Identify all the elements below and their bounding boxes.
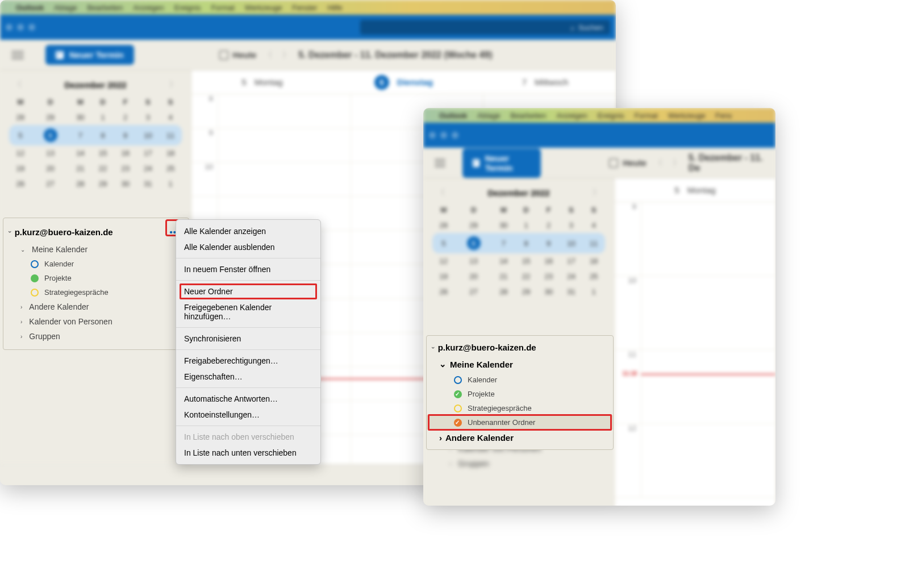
menu-item-auto-replies[interactable]: Automatische Antworten… — [176, 391, 320, 407]
search-box[interactable]: ⌕ Suchen — [360, 20, 610, 35]
minical-prev-button[interactable]: 〈 — [14, 80, 22, 90]
calendar-account-panel: ›p.kurz@buero-kaizen.de ⌄ Meine Kalender… — [426, 335, 614, 450]
menubar-item[interactable]: Ereignis — [174, 3, 201, 12]
menu-item-account-settings[interactable]: Kontoeinstellungen… — [176, 407, 320, 423]
chevron-down-icon: › — [7, 231, 14, 233]
window-titlebar: ⌕ Suchen — [0, 15, 616, 40]
next-week-button[interactable]: 〉 — [670, 158, 683, 168]
date-range-label: 5. Dezember - 11. De — [689, 153, 764, 173]
annotation-highlight-new-folder — [180, 283, 317, 299]
minimize-window-button[interactable] — [17, 24, 24, 31]
week-grid[interactable]: 5Montag 9 10 11 12 11:18 — [614, 178, 775, 506]
menubar-item[interactable]: Anzeigen — [133, 3, 164, 12]
chevron-down-icon: › — [430, 347, 437, 349]
calendar-toolbar: Neuer Termin Heute 〈 〉 5. Dezember - 11.… — [423, 148, 775, 178]
calendar-account-panel: ›p.kurz@buero-kaizen.de ••• ⌄ Meine Kale… — [3, 218, 189, 350]
chevron-right-icon: › — [439, 433, 442, 443]
calendar-group-my[interactable]: ⌄ Meine Kalender — [3, 242, 189, 257]
menubar-item[interactable]: Bearbeiten — [87, 3, 123, 12]
calendar-icon — [609, 159, 618, 168]
menu-item-move-down[interactable]: In Liste nach unten verschieben — [176, 445, 320, 461]
current-time-indicator — [641, 374, 775, 375]
mac-menubar[interactable]: Outlook Ablage Bearbeiten Anzeigen Ereig… — [423, 108, 775, 123]
calendar-account-row[interactable]: ›p.kurz@buero-kaizen.de ••• — [3, 222, 189, 242]
chevron-right-icon: › — [20, 319, 22, 325]
minical-next-button[interactable]: 〉 — [169, 80, 177, 90]
mini-calendar[interactable]: MDMDFSS 2829301234 567891011 12131415161… — [432, 202, 605, 299]
calendar-color-icon — [31, 260, 39, 268]
chevron-right-icon: › — [20, 304, 22, 310]
calendar-group-my[interactable]: ⌄ Meine Kalender — [427, 356, 613, 373]
menubar-item[interactable]: Hilfe — [327, 3, 342, 12]
zoom-window-button[interactable] — [28, 24, 35, 31]
window-controls[interactable] — [429, 132, 458, 139]
outlook-window-2: Outlook Ablage Bearbeiten Anzeigen Ereig… — [423, 108, 775, 506]
calendar-color-icon — [31, 289, 39, 297]
calendar-group-other[interactable]: › Andere Kalender — [427, 429, 613, 446]
new-event-button[interactable]: Neuer Termin — [462, 148, 541, 178]
menu-item-new-folder[interactable]: Neuer Ordner — [176, 283, 320, 299]
sidebar-toggle-icon[interactable] — [11, 51, 24, 59]
account-context-menu: Alle Kalender anzeigen Alle Kalender aus… — [176, 219, 321, 465]
menu-item-sync[interactable]: Synchronisieren — [176, 331, 320, 347]
calendar-color-icon — [454, 376, 462, 384]
current-time-label: 11:18 — [615, 370, 640, 377]
calendar-item[interactable]: Strategiegespräche — [427, 401, 613, 415]
calendar-account-row[interactable]: ›p.kurz@buero-kaizen.de — [427, 339, 613, 356]
new-event-icon — [473, 159, 479, 167]
search-placeholder: Suchen — [578, 23, 603, 32]
menubar-item[interactable]: Format — [211, 3, 235, 12]
minical-nav: 〈 Dezember 2022 〉 — [9, 77, 182, 92]
account-email: p.kurz@buero-kaizen.de — [438, 343, 536, 352]
menu-item-move-up: In Liste nach oben verschieben — [176, 429, 320, 445]
window-controls[interactable] — [6, 24, 35, 31]
calendar-color-icon — [31, 274, 39, 282]
calendar-color-icon — [454, 390, 462, 398]
calendar-group-groups[interactable]: ›Gruppen — [3, 329, 189, 344]
mini-calendar[interactable]: MDMDFSS 2829301234 567891011 12131415161… — [9, 94, 182, 191]
calendar-item[interactable]: Kalender — [3, 257, 189, 271]
calendar-item[interactable]: Projekte — [3, 271, 189, 285]
new-event-button[interactable]: Neuer Termin — [45, 45, 134, 65]
sidebar-toggle-icon[interactable] — [435, 159, 445, 167]
calendar-item[interactable]: Strategiegespräche — [3, 285, 189, 299]
calendar-item[interactable]: Kalender — [427, 373, 613, 387]
chevron-right-icon: › — [20, 333, 22, 340]
day-header-row: 5Montag 6Dienstag 7Mittwoch — [191, 70, 616, 94]
calendar-toolbar: Neuer Termin Heute 〈 〉 5. Dezember - 11.… — [0, 40, 616, 70]
chevron-down-icon: ⌄ — [20, 247, 25, 253]
menu-item-open-new-window[interactable]: In neuem Fenster öffnen — [176, 261, 320, 277]
menubar-item[interactable]: Werkzeuge — [245, 3, 282, 12]
menubar-item[interactable]: Ablage — [54, 3, 77, 12]
date-range-label: 5. Dezember - 11. Dezember 2022 (Woche 4… — [298, 50, 492, 60]
next-week-button[interactable]: 〉 — [280, 50, 293, 60]
search-icon: ⌕ — [570, 23, 575, 32]
new-event-icon — [56, 51, 64, 59]
menu-item-share-permissions[interactable]: Freigabeberechtigungen… — [176, 353, 320, 369]
window-titlebar — [423, 123, 775, 148]
menu-item-show-all[interactable]: Alle Kalender anzeigen — [176, 223, 320, 239]
menu-item-add-shared-calendar[interactable]: Freigegebenen Kalender hinzufügen… — [176, 299, 320, 324]
new-event-label: Neuer Termin — [69, 50, 124, 60]
annotation-highlight-new-folder-row — [428, 414, 612, 431]
chevron-down-icon: ⌄ — [439, 359, 447, 369]
today-button[interactable]: Heute — [609, 158, 647, 168]
account-email: p.kurz@buero-kaizen.de — [15, 227, 113, 237]
prev-week-button[interactable]: 〈 — [652, 158, 665, 168]
calendar-color-icon — [454, 404, 462, 412]
close-window-button[interactable] — [6, 24, 12, 31]
menubar-appname[interactable]: Outlook — [16, 3, 44, 12]
calendar-item-new-folder[interactable]: Unbenannter Ordner — [427, 415, 613, 429]
menu-item-hide-all[interactable]: Alle Kalender ausblenden — [176, 239, 320, 255]
menu-item-properties[interactable]: Eigenschaften… — [176, 369, 320, 385]
calendar-icon — [219, 51, 228, 60]
menubar-item[interactable]: Fenster — [292, 3, 317, 12]
calendar-item[interactable]: Projekte — [427, 387, 613, 401]
mac-menubar[interactable]: Outlook Ablage Bearbeiten Anzeigen Ereig… — [0, 0, 616, 15]
calendar-group-people[interactable]: ›Kalender von Personen — [3, 314, 189, 329]
calendar-group-other[interactable]: ›Andere Kalender — [3, 299, 189, 314]
minical-title: Dezember 2022 — [64, 80, 126, 90]
today-button[interactable]: Heute — [219, 50, 257, 60]
prev-week-button[interactable]: 〈 — [262, 50, 274, 60]
